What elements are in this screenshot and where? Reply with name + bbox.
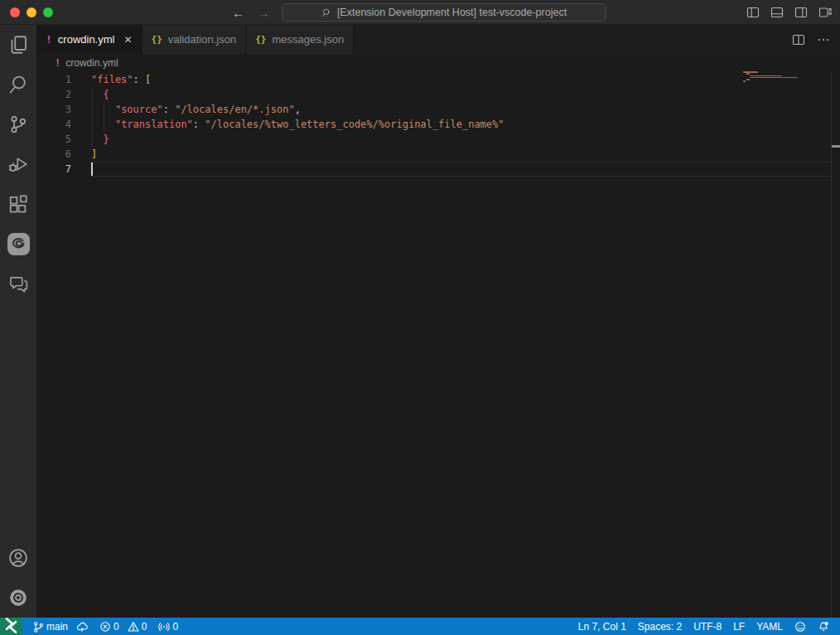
toggle-primary-sidebar-button[interactable]: [746, 6, 760, 19]
line-content: {: [91, 87, 109, 102]
status-text: 0: [172, 621, 178, 633]
activity-item-settings[interactable]: [0, 578, 36, 618]
activity-item-search[interactable]: [0, 65, 36, 104]
status-part: 0: [128, 621, 147, 633]
status-item-branch[interactable]: main: [27, 618, 94, 635]
status-part: [818, 621, 829, 633]
tab-label: validation.json: [168, 33, 236, 46]
account-icon: [8, 548, 28, 568]
status-part: UTF-8: [693, 621, 722, 633]
status-part: YAML: [756, 621, 783, 633]
forward-arrow-icon: →: [258, 6, 270, 20]
breadcrumb[interactable]: ! crowdin.yml: [36, 54, 840, 72]
zoom-window-button[interactable]: [43, 7, 53, 17]
split-editor-button[interactable]: [792, 33, 805, 46]
tab-label: messages.json: [272, 33, 344, 46]
more-actions-button[interactable]: [817, 33, 830, 46]
status-item-notifications[interactable]: [812, 618, 835, 635]
tab-messages-json[interactable]: {}messages.json: [246, 25, 354, 54]
activity-item-run-debug[interactable]: [0, 144, 36, 184]
indent-guide: [104, 102, 104, 132]
yaml-file-icon: !: [46, 33, 52, 46]
status-text: main: [46, 621, 68, 633]
overview-ruler: [831, 72, 832, 618]
code-line-7: 7: [36, 162, 840, 177]
activity-bar-bottom: [0, 538, 36, 618]
toggle-secondary-sidebar-button[interactable]: [794, 6, 808, 19]
activity-item-extensions[interactable]: [0, 184, 36, 224]
status-part: main: [32, 621, 68, 633]
warning-icon: [128, 621, 139, 633]
minimap-line: [743, 80, 746, 82]
minimap-line: [743, 71, 758, 73]
editor[interactable]: ! crowdin.yml 1"files": [2 {3 "source": …: [36, 54, 840, 618]
minimap-line: [746, 79, 750, 80]
status-part: Spaces: 2: [638, 621, 682, 633]
status-text: YAML: [756, 621, 783, 633]
customize-layout-button[interactable]: [818, 6, 832, 19]
line-number: 7: [36, 162, 91, 177]
status-item-feedback[interactable]: [789, 618, 812, 635]
status-item-eol[interactable]: LF: [727, 618, 751, 635]
activity-item-source-control[interactable]: [0, 104, 36, 144]
activity-bar-top: [0, 25, 36, 538]
line-content: "translation": "/locales/%two_letters_co…: [91, 117, 504, 132]
broadcast-icon: [158, 621, 170, 633]
code-area[interactable]: 1"files": [2 {3 "source": "/locales/en/*…: [36, 72, 840, 177]
activity-item-comments[interactable]: [0, 264, 36, 303]
run-debug-icon: [8, 154, 28, 174]
minimap-line: [746, 73, 750, 75]
back-arrow-icon[interactable]: ←: [232, 6, 244, 20]
json-file-icon: {}: [152, 34, 162, 45]
titlebar-layout-actions: [746, 0, 832, 25]
status-item-problems[interactable]: 00: [94, 618, 152, 635]
close-window-button[interactable]: [10, 7, 20, 17]
status-text: Spaces: 2: [638, 621, 682, 633]
line-number: 5: [36, 132, 91, 147]
status-item-language-mode[interactable]: YAML: [751, 618, 789, 635]
status-text: LF: [733, 621, 745, 633]
yaml-file-icon: !: [55, 57, 60, 69]
extensions-icon: [8, 194, 28, 214]
code-line-2: 2 {: [36, 87, 840, 102]
close-icon[interactable]: ✕: [123, 34, 132, 46]
code-line-6: 6]: [36, 147, 840, 162]
status-part: Ln 7, Col 1: [578, 621, 626, 633]
titlebar: ← → [Extension Development Host] test-vs…: [0, 0, 840, 25]
toggle-panel-button[interactable]: [770, 6, 784, 19]
status-part: 0: [158, 621, 178, 633]
git-branch-icon: [32, 621, 44, 633]
tab-validation-json[interactable]: {}validation.json: [142, 25, 247, 54]
status-item-ports[interactable]: 0: [152, 618, 184, 635]
status-item-indentation[interactable]: Spaces: 2: [632, 618, 688, 635]
search-icon: [321, 7, 332, 18]
comments-icon: [8, 274, 28, 293]
text-cursor: [91, 162, 93, 176]
line-content: ]: [91, 147, 97, 162]
status-item-encoding[interactable]: UTF-8: [688, 618, 727, 635]
status-part: 0: [99, 621, 119, 633]
status-text: Ln 7, Col 1: [578, 621, 626, 633]
minimize-window-button[interactable]: [27, 7, 36, 17]
line-number: 6: [36, 147, 91, 162]
status-item-cursor-position[interactable]: Ln 7, Col 1: [572, 618, 632, 635]
minimap-line: [750, 75, 782, 77]
smiley-icon: [794, 621, 806, 633]
activity-item-explorer[interactable]: [0, 25, 36, 65]
history-nav: ← →: [232, 0, 270, 25]
bell-icon: [818, 621, 829, 633]
activity-item-crowdin[interactable]: [0, 224, 36, 264]
remote-indicator[interactable]: [0, 618, 22, 635]
line-number: 1: [36, 72, 91, 87]
activity-item-accounts[interactable]: [0, 538, 36, 578]
crowdin-icon: [7, 233, 30, 255]
command-center[interactable]: [Extension Development Host] test-vscode…: [282, 3, 606, 22]
code-line-1: 1"files": [: [36, 72, 840, 87]
window-controls: [10, 7, 53, 17]
settings-icon: [8, 588, 28, 608]
status-part: [76, 621, 88, 633]
source-control-icon: [8, 114, 28, 134]
line-number: 2: [36, 87, 91, 102]
tab-crowdin-yml[interactable]: !crowdin.yml✕: [36, 25, 142, 54]
search-icon: [8, 75, 28, 95]
